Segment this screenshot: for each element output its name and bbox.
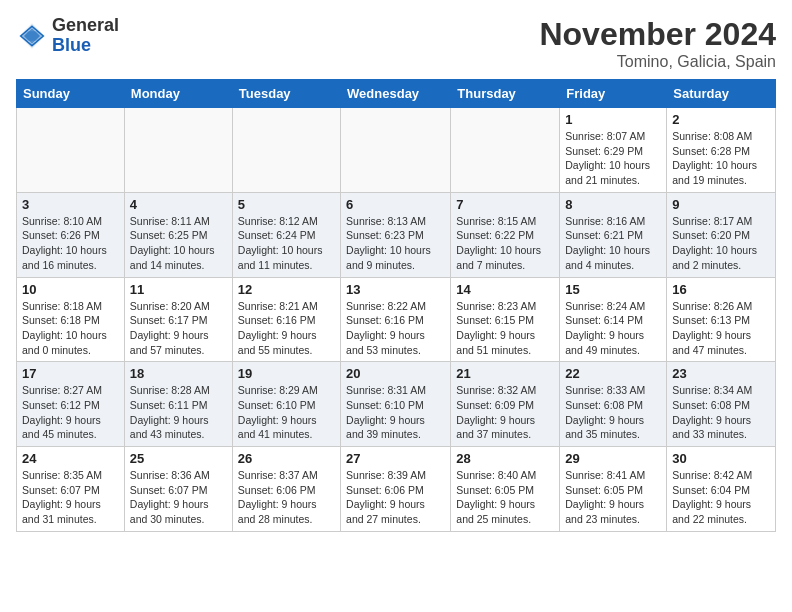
day-number: 22 [565,366,661,381]
day-number: 5 [238,197,335,212]
weekday-sunday: Sunday [17,80,125,108]
day-info: Sunrise: 8:28 AM Sunset: 6:11 PM Dayligh… [130,383,227,442]
calendar: SundayMondayTuesdayWednesdayThursdayFrid… [16,79,776,532]
calendar-cell: 29Sunrise: 8:41 AM Sunset: 6:05 PM Dayli… [560,447,667,532]
day-number: 21 [456,366,554,381]
calendar-cell: 27Sunrise: 8:39 AM Sunset: 6:06 PM Dayli… [341,447,451,532]
day-info: Sunrise: 8:17 AM Sunset: 6:20 PM Dayligh… [672,214,770,273]
title-block: November 2024 Tomino, Galicia, Spain [539,16,776,71]
day-number: 4 [130,197,227,212]
day-info: Sunrise: 8:16 AM Sunset: 6:21 PM Dayligh… [565,214,661,273]
day-number: 16 [672,282,770,297]
day-number: 29 [565,451,661,466]
calendar-cell: 20Sunrise: 8:31 AM Sunset: 6:10 PM Dayli… [341,362,451,447]
day-info: Sunrise: 8:41 AM Sunset: 6:05 PM Dayligh… [565,468,661,527]
day-number: 26 [238,451,335,466]
calendar-cell: 9Sunrise: 8:17 AM Sunset: 6:20 PM Daylig… [667,192,776,277]
calendar-cell: 5Sunrise: 8:12 AM Sunset: 6:24 PM Daylig… [232,192,340,277]
calendar-cell [124,108,232,193]
weekday-header-row: SundayMondayTuesdayWednesdayThursdayFrid… [17,80,776,108]
calendar-cell: 12Sunrise: 8:21 AM Sunset: 6:16 PM Dayli… [232,277,340,362]
day-info: Sunrise: 8:37 AM Sunset: 6:06 PM Dayligh… [238,468,335,527]
weekday-thursday: Thursday [451,80,560,108]
week-row-2: 3Sunrise: 8:10 AM Sunset: 6:26 PM Daylig… [17,192,776,277]
calendar-cell: 23Sunrise: 8:34 AM Sunset: 6:08 PM Dayli… [667,362,776,447]
page-header: General Blue November 2024 Tomino, Galic… [16,16,776,71]
calendar-cell: 8Sunrise: 8:16 AM Sunset: 6:21 PM Daylig… [560,192,667,277]
calendar-cell: 26Sunrise: 8:37 AM Sunset: 6:06 PM Dayli… [232,447,340,532]
day-info: Sunrise: 8:20 AM Sunset: 6:17 PM Dayligh… [130,299,227,358]
day-number: 2 [672,112,770,127]
day-info: Sunrise: 8:11 AM Sunset: 6:25 PM Dayligh… [130,214,227,273]
day-info: Sunrise: 8:12 AM Sunset: 6:24 PM Dayligh… [238,214,335,273]
day-number: 11 [130,282,227,297]
day-number: 6 [346,197,445,212]
calendar-cell: 24Sunrise: 8:35 AM Sunset: 6:07 PM Dayli… [17,447,125,532]
calendar-cell [232,108,340,193]
day-number: 8 [565,197,661,212]
day-info: Sunrise: 8:35 AM Sunset: 6:07 PM Dayligh… [22,468,119,527]
day-number: 27 [346,451,445,466]
day-number: 9 [672,197,770,212]
calendar-cell: 11Sunrise: 8:20 AM Sunset: 6:17 PM Dayli… [124,277,232,362]
month-title: November 2024 [539,16,776,53]
calendar-cell: 10Sunrise: 8:18 AM Sunset: 6:18 PM Dayli… [17,277,125,362]
logo-general: General [52,16,119,36]
day-number: 28 [456,451,554,466]
day-info: Sunrise: 8:26 AM Sunset: 6:13 PM Dayligh… [672,299,770,358]
day-info: Sunrise: 8:23 AM Sunset: 6:15 PM Dayligh… [456,299,554,358]
day-info: Sunrise: 8:18 AM Sunset: 6:18 PM Dayligh… [22,299,119,358]
day-number: 3 [22,197,119,212]
calendar-cell: 30Sunrise: 8:42 AM Sunset: 6:04 PM Dayli… [667,447,776,532]
day-info: Sunrise: 8:22 AM Sunset: 6:16 PM Dayligh… [346,299,445,358]
day-info: Sunrise: 8:10 AM Sunset: 6:26 PM Dayligh… [22,214,119,273]
calendar-cell: 19Sunrise: 8:29 AM Sunset: 6:10 PM Dayli… [232,362,340,447]
day-info: Sunrise: 8:34 AM Sunset: 6:08 PM Dayligh… [672,383,770,442]
calendar-cell: 14Sunrise: 8:23 AM Sunset: 6:15 PM Dayli… [451,277,560,362]
day-info: Sunrise: 8:21 AM Sunset: 6:16 PM Dayligh… [238,299,335,358]
day-number: 24 [22,451,119,466]
day-number: 17 [22,366,119,381]
calendar-cell: 28Sunrise: 8:40 AM Sunset: 6:05 PM Dayli… [451,447,560,532]
week-row-3: 10Sunrise: 8:18 AM Sunset: 6:18 PM Dayli… [17,277,776,362]
calendar-cell: 2Sunrise: 8:08 AM Sunset: 6:28 PM Daylig… [667,108,776,193]
logo-text: General Blue [52,16,119,56]
day-number: 13 [346,282,445,297]
day-number: 20 [346,366,445,381]
calendar-cell: 22Sunrise: 8:33 AM Sunset: 6:08 PM Dayli… [560,362,667,447]
day-number: 23 [672,366,770,381]
day-number: 25 [130,451,227,466]
calendar-cell: 3Sunrise: 8:10 AM Sunset: 6:26 PM Daylig… [17,192,125,277]
week-row-5: 24Sunrise: 8:35 AM Sunset: 6:07 PM Dayli… [17,447,776,532]
calendar-cell: 4Sunrise: 8:11 AM Sunset: 6:25 PM Daylig… [124,192,232,277]
calendar-cell [451,108,560,193]
day-info: Sunrise: 8:33 AM Sunset: 6:08 PM Dayligh… [565,383,661,442]
day-number: 19 [238,366,335,381]
day-info: Sunrise: 8:42 AM Sunset: 6:04 PM Dayligh… [672,468,770,527]
day-number: 14 [456,282,554,297]
calendar-cell: 18Sunrise: 8:28 AM Sunset: 6:11 PM Dayli… [124,362,232,447]
day-info: Sunrise: 8:40 AM Sunset: 6:05 PM Dayligh… [456,468,554,527]
calendar-cell: 6Sunrise: 8:13 AM Sunset: 6:23 PM Daylig… [341,192,451,277]
weekday-monday: Monday [124,80,232,108]
day-info: Sunrise: 8:36 AM Sunset: 6:07 PM Dayligh… [130,468,227,527]
day-number: 30 [672,451,770,466]
day-info: Sunrise: 8:31 AM Sunset: 6:10 PM Dayligh… [346,383,445,442]
logo: General Blue [16,16,119,56]
calendar-cell: 7Sunrise: 8:15 AM Sunset: 6:22 PM Daylig… [451,192,560,277]
day-info: Sunrise: 8:27 AM Sunset: 6:12 PM Dayligh… [22,383,119,442]
calendar-cell: 16Sunrise: 8:26 AM Sunset: 6:13 PM Dayli… [667,277,776,362]
day-info: Sunrise: 8:32 AM Sunset: 6:09 PM Dayligh… [456,383,554,442]
calendar-cell [17,108,125,193]
calendar-cell: 13Sunrise: 8:22 AM Sunset: 6:16 PM Dayli… [341,277,451,362]
day-info: Sunrise: 8:13 AM Sunset: 6:23 PM Dayligh… [346,214,445,273]
calendar-cell: 25Sunrise: 8:36 AM Sunset: 6:07 PM Dayli… [124,447,232,532]
calendar-cell: 17Sunrise: 8:27 AM Sunset: 6:12 PM Dayli… [17,362,125,447]
day-info: Sunrise: 8:24 AM Sunset: 6:14 PM Dayligh… [565,299,661,358]
day-number: 10 [22,282,119,297]
weekday-tuesday: Tuesday [232,80,340,108]
day-number: 1 [565,112,661,127]
week-row-1: 1Sunrise: 8:07 AM Sunset: 6:29 PM Daylig… [17,108,776,193]
day-number: 12 [238,282,335,297]
weekday-friday: Friday [560,80,667,108]
